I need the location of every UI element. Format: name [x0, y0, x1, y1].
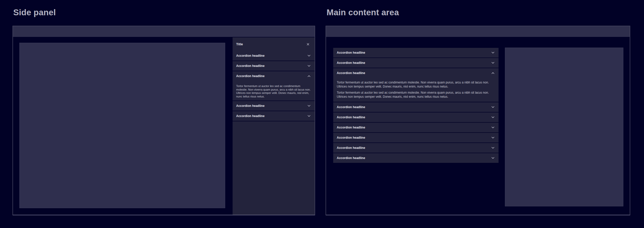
accordion-label: Accordion headline — [337, 136, 365, 139]
chevron-down-icon — [491, 126, 494, 129]
accordion-label: Accordion headline — [236, 104, 264, 108]
accordion-label: Accordion headline — [236, 74, 264, 78]
chevron-down-icon — [491, 116, 494, 118]
accordion-content: Tortor fermentum ut auctor leo sed ac co… — [333, 78, 499, 102]
accordion-header[interactable]: Accordion headline — [333, 143, 499, 153]
accordion-item: Accordion headline — [333, 48, 499, 58]
accordion-header[interactable]: Accordion headline — [233, 111, 315, 121]
accordion-item: Accordion headline — [333, 58, 499, 68]
accordion-item: Accordion headlineTortor fermentum ut au… — [333, 68, 499, 102]
main-content-heading: Main content area — [327, 8, 399, 17]
accordion-label: Accordion headline — [337, 71, 365, 75]
accordion-label: Accordion headline — [236, 114, 264, 118]
side-panel-demo: Title Accordion headlineAccordion headli… — [12, 26, 315, 215]
accordion-header[interactable]: Accordion headline — [233, 61, 315, 71]
chevron-up-icon — [307, 75, 311, 77]
accordion-item: Accordion headline — [333, 123, 499, 133]
accordion-item: Accordion headline — [333, 153, 499, 163]
accordion-header[interactable]: Accordion headline — [333, 58, 499, 68]
accordion-paragraph: Tortor fermentum ut auctor leo sed ac co… — [337, 91, 494, 99]
accordion-label: Accordion headline — [337, 61, 365, 65]
accordion-header[interactable]: Accordion headline — [233, 101, 315, 111]
main-content-demo: Accordion headlineAccordion headlineAcco… — [326, 26, 630, 215]
chevron-down-icon — [491, 52, 494, 54]
chevron-down-icon — [491, 147, 494, 149]
accordion-content: Tortor fermentum ut auctor leo sed ac co… — [233, 81, 315, 101]
chevron-down-icon — [491, 62, 494, 64]
accordion-label: Accordion headline — [337, 146, 365, 150]
chevron-down-icon — [307, 115, 311, 117]
accordion-item: Accordion headline — [233, 111, 315, 121]
accordion-label: Accordion headline — [337, 156, 365, 160]
chevron-down-icon — [307, 65, 311, 67]
side-panel-topbar — [13, 26, 315, 37]
accordion-label: Accordion headline — [337, 51, 365, 54]
side-panel-content-placeholder — [19, 43, 225, 208]
accordion-header[interactable]: Accordion headline — [333, 112, 499, 122]
x-icon — [306, 43, 310, 46]
side-panel-drawer: Title Accordion headlineAccordion headli… — [233, 37, 315, 215]
accordion-header[interactable]: Accordion headline — [333, 133, 499, 142]
drawer-accordion-list: Accordion headlineAccordion headlineAcco… — [233, 51, 315, 121]
accordion-item: Accordion headline — [333, 143, 499, 153]
accordion-item: Accordion headline — [233, 61, 315, 71]
accordion-item: Accordion headlineTortor fermentum ut au… — [233, 71, 315, 101]
accordion-paragraph: Tortor fermentum ut auctor leo sed ac co… — [337, 80, 494, 89]
accordion-header[interactable]: Accordion headline — [333, 153, 499, 163]
chevron-up-icon — [491, 72, 494, 74]
accordion-header[interactable]: Accordion headline — [333, 68, 499, 78]
chevron-down-icon — [491, 137, 494, 139]
drawer-title: Title — [236, 42, 243, 46]
chevron-down-icon — [307, 55, 311, 57]
main-content-placeholder — [505, 48, 623, 206]
accordion-item: Accordion headline — [333, 112, 499, 123]
accordion-header[interactable]: Accordion headline — [333, 123, 499, 132]
chevron-down-icon — [491, 157, 494, 159]
drawer-header: Title — [233, 37, 315, 51]
accordion-header[interactable]: Accordion headline — [333, 48, 499, 58]
chevron-down-icon — [491, 106, 494, 108]
accordion-label: Accordion headline — [337, 105, 365, 109]
accordion-header[interactable]: Accordion headline — [333, 102, 499, 112]
main-content-topbar — [326, 26, 630, 37]
close-button[interactable] — [305, 42, 311, 47]
accordion-label: Accordion headline — [236, 64, 264, 68]
accordion-item: Accordion headline — [333, 102, 499, 112]
chevron-down-icon — [307, 105, 311, 107]
accordion-item: Accordion headline — [233, 101, 315, 111]
accordion-header[interactable]: Accordion headline — [233, 51, 315, 61]
accordion-item: Accordion headline — [233, 51, 315, 61]
accordion-paragraph: Tortor fermentum ut auctor leo sed ac co… — [236, 84, 311, 98]
accordion-header[interactable]: Accordion headline — [233, 71, 315, 81]
accordion-label: Accordion headline — [236, 54, 264, 58]
accordion-label: Accordion headline — [337, 116, 365, 119]
main-accordion-list: Accordion headlineAccordion headlineAcco… — [333, 48, 499, 163]
side-panel-heading: Side panel — [13, 8, 56, 17]
accordion-item: Accordion headline — [333, 133, 499, 143]
accordion-label: Accordion headline — [337, 126, 365, 129]
